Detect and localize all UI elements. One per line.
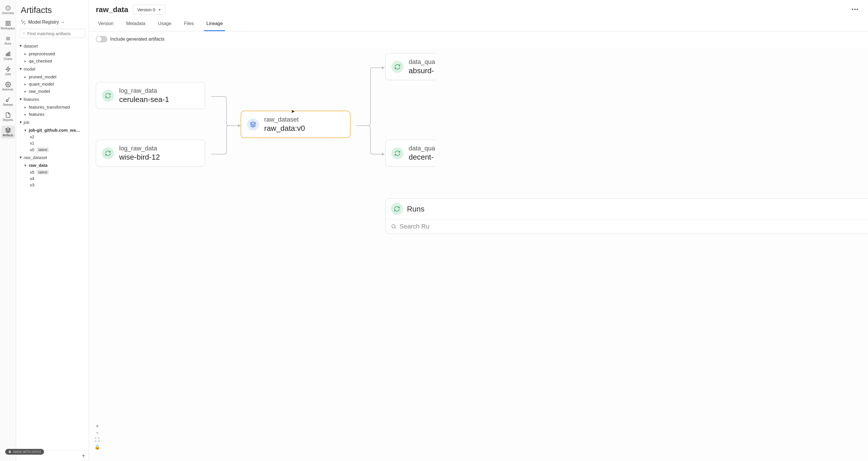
zoom-in-button[interactable]: + (94, 423, 101, 429)
tree-version-job-v2[interactable]: v2 (19, 134, 86, 140)
svg-line-25 (395, 228, 396, 229)
svg-marker-17 (5, 128, 10, 130)
list-icon (5, 36, 11, 41)
broom-icon (5, 97, 11, 103)
svg-point-14 (7, 84, 9, 85)
more-button[interactable]: ••• (849, 5, 861, 14)
tree-item-raw-data[interactable]: ▾raw_data (19, 162, 86, 169)
svg-marker-21 (382, 66, 385, 69)
rail-label: Runs (5, 42, 11, 45)
rail-automat[interactable]: Automat. (1, 80, 15, 93)
rail-label: Sweeps (3, 103, 13, 106)
zoom-fit-button[interactable]: ⛶ (94, 437, 101, 443)
node-type: log_raw_data (119, 145, 160, 152)
rail-label: Reports (3, 118, 13, 122)
tree-version-job-v1[interactable]: v1 (19, 140, 86, 146)
rail-workspace[interactable]: Workspace (1, 19, 15, 32)
rail-sweeps[interactable]: Sweeps (1, 95, 15, 108)
model-registry-link[interactable]: Model Registry → (16, 18, 89, 27)
tree-group-dataset[interactable]: ▾dataset (19, 41, 86, 50)
artifact-name: raw_data (96, 5, 128, 14)
tree-version-job-v0[interactable]: v0latest (19, 146, 86, 153)
sidebar-title: Artifacts (16, 0, 89, 18)
search-icon (23, 31, 25, 36)
bar-chart-icon (5, 51, 11, 57)
rail-label: Charts (4, 57, 12, 60)
search-icon (391, 224, 397, 229)
tab-metadata[interactable]: Metadata (124, 17, 148, 31)
tree-group-features[interactable]: ▾features (19, 95, 86, 104)
tree-group-model[interactable]: ▾model (19, 64, 86, 73)
svg-rect-3 (6, 21, 7, 23)
tree-group-job[interactable]: ▾job (19, 118, 86, 126)
version-label: Version 0 (137, 7, 155, 12)
svg-rect-4 (8, 21, 10, 23)
search-box[interactable] (20, 29, 85, 38)
rail-runs[interactable]: Runs (1, 34, 15, 47)
svg-marker-13 (6, 67, 10, 72)
add-artifact-button[interactable]: + (80, 452, 87, 459)
run-icon (391, 203, 403, 215)
tab-version[interactable]: Version (96, 17, 116, 31)
tree-item-pruned-model[interactable]: ▸pruned_model (19, 73, 86, 80)
rail-artifacts[interactable]: Artifacts (1, 126, 15, 139)
layers-icon (247, 118, 259, 131)
runs-panel[interactable]: Runs Search Ru (385, 199, 868, 234)
tree-version-raw-v5[interactable]: v5latest (19, 169, 86, 175)
lineage-canvas[interactable]: log_raw_data cerulean-sea-1 log_raw_data… (89, 47, 868, 461)
lineage-node-run-absurd[interactable]: data_qua absurd- (385, 53, 435, 80)
zoom-lock-button[interactable]: 🔒 (94, 444, 101, 450)
node-type: data_qua (409, 58, 435, 66)
runs-search[interactable]: Search Ru (386, 219, 868, 234)
lineage-node-run-cerulean[interactable]: log_raw_data cerulean-sea-1 (96, 82, 205, 109)
model-registry-label: Model Registry → (28, 20, 65, 25)
tree-item-job-github[interactable]: ▾job-git_github.com_wa… (19, 126, 86, 134)
tree-item-preprocessed[interactable]: ▸preprocessed (19, 50, 86, 57)
tab-files[interactable]: Files (182, 17, 196, 31)
node-title: decent- (409, 153, 435, 162)
tree-item-raw-model[interactable]: ▸raw_model (19, 88, 86, 95)
rail-charts[interactable]: Charts (1, 49, 15, 62)
info-icon (5, 5, 11, 11)
node-type: data_qua (409, 145, 435, 152)
gear-icon (5, 82, 11, 87)
tree-item-qa-checked[interactable]: ▸qa_checked (19, 57, 86, 64)
layers-icon (5, 127, 11, 133)
lineage-node-run-wise-bird[interactable]: log_raw_data wise-bird-12 (96, 140, 205, 167)
run-icon (102, 90, 114, 102)
svg-point-24 (392, 225, 395, 228)
include-generated-toggle[interactable] (96, 36, 107, 42)
tree-version-raw-v3[interactable]: v3 (19, 182, 86, 188)
fox-icon (8, 450, 11, 454)
wand-icon (21, 20, 26, 25)
tab-lineage[interactable]: Lineage (204, 17, 225, 31)
tree-item-features[interactable]: ▸features (19, 111, 86, 118)
version-dropdown[interactable]: Version 0 ▼ (133, 5, 165, 15)
lineage-node-artifact-raw-data[interactable]: raw_dataset raw_data:v0 (241, 111, 350, 138)
svg-rect-6 (8, 24, 10, 26)
tree-item-features-transformed[interactable]: ▸features_transformed (19, 104, 86, 111)
tag-latest: latest (36, 170, 49, 175)
tree-version-raw-v4[interactable]: v4 (19, 175, 86, 182)
lineage-edges (89, 47, 868, 461)
node-type: raw_dataset (264, 116, 305, 123)
tree-item-quant-model[interactable]: ▸quant_model (19, 80, 86, 88)
tab-usage[interactable]: Usage (156, 17, 174, 31)
lineage-node-run-decent[interactable]: data_qua decent- (385, 140, 435, 167)
search-input[interactable] (27, 31, 82, 36)
nav-rail: Overview Workspace Runs Charts Jobs Auto… (0, 0, 16, 461)
tree-group-raw-dataset[interactable]: ▾raw_dataset (19, 153, 86, 162)
rail-reports[interactable]: Reports (1, 110, 15, 123)
svg-line-19 (25, 34, 25, 35)
runs-title: Runs (407, 205, 425, 213)
document-icon (5, 112, 11, 118)
artifacts-sidebar: Artifacts Model Registry → ▾dataset ▸pre… (16, 0, 89, 461)
rail-jobs[interactable]: Jobs (1, 64, 15, 78)
svg-rect-12 (9, 52, 10, 56)
svg-rect-5 (6, 24, 7, 26)
rail-overview[interactable]: Overview (1, 3, 15, 17)
node-type: log_raw_data (119, 87, 169, 94)
zoom-out-button[interactable]: − (94, 430, 101, 436)
rail-label: Jobs (5, 73, 11, 76)
svg-rect-10 (6, 54, 7, 56)
